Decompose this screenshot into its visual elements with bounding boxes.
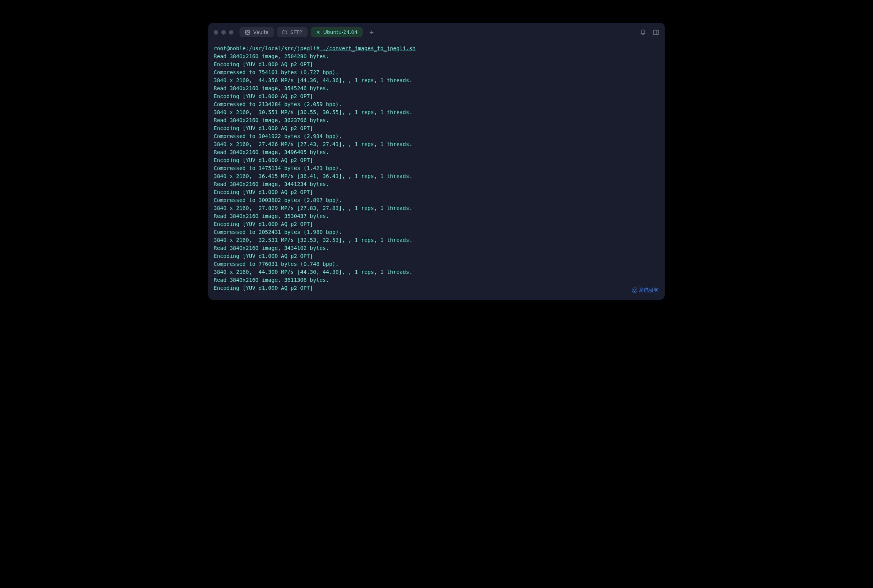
command-text: ./convert_images_to_jpegli.sh xyxy=(319,45,416,51)
output-container: Read 3840x2160 image, 2504280 bytes.Enco… xyxy=(214,52,659,292)
window-controls xyxy=(214,30,233,35)
close-button[interactable] xyxy=(214,30,218,35)
output-line: Encoding [YUV d1.000 AQ p2 OPT] xyxy=(214,220,659,228)
output-line: 3840 x 2160, 36.415 MP/s [36.41, 36.41],… xyxy=(214,172,659,180)
output-line: Compressed to 1475114 bytes (1.423 bpp). xyxy=(214,164,659,172)
output-line: Read 3840x2160 image, 3441234 bytes. xyxy=(214,180,659,188)
output-line: Read 3840x2160 image, 2504280 bytes. xyxy=(214,52,659,60)
output-line: Compressed to 3003802 bytes (2.897 bpp). xyxy=(214,196,659,204)
svg-point-1 xyxy=(247,31,248,33)
svg-rect-0 xyxy=(246,30,250,34)
output-line: Read 3840x2160 image, 3545246 bytes. xyxy=(214,84,659,92)
watermark: 系统极客 xyxy=(632,287,659,294)
shell-prompt: root@noble:/usr/local/src/jpegli# xyxy=(214,45,319,51)
watermark-icon xyxy=(632,288,637,293)
output-line: 3840 x 2160, 32.531 MP/s [32.53, 32.53],… xyxy=(214,236,659,244)
tab-label: Ubuntu-24.04 xyxy=(324,29,358,35)
prompt-line: root@noble:/usr/local/src/jpegli# ./conv… xyxy=(214,44,659,52)
svg-rect-2 xyxy=(653,30,659,34)
output-line: Encoding [YUV d1.000 AQ p2 OPT] xyxy=(214,124,659,132)
tab-ubuntu[interactable]: ✕ Ubuntu-24.04 xyxy=(311,27,363,37)
minimize-button[interactable] xyxy=(221,30,226,35)
output-line: Encoding [YUV d1.000 AQ p2 OPT] xyxy=(214,156,659,164)
output-line: Compressed to 2134284 bytes (2.059 bpp). xyxy=(214,100,659,108)
output-line: Encoding [YUV d1.000 AQ p2 OPT] xyxy=(214,92,659,100)
title-bar: Vaults SFTP ✕ Ubuntu-24.04 + xyxy=(208,23,665,41)
title-bar-actions xyxy=(640,29,659,36)
output-line: Read 3840x2160 image, 3611308 bytes. xyxy=(214,276,659,284)
output-line: Encoding [YUV d1.000 AQ p2 OPT] xyxy=(214,284,659,292)
add-tab-button[interactable]: + xyxy=(366,27,378,38)
tab-label: Vaults xyxy=(253,29,268,35)
output-line: Encoding [YUV d1.000 AQ p2 OPT] xyxy=(214,252,659,260)
vault-icon xyxy=(245,30,250,35)
panel-icon[interactable] xyxy=(652,29,659,36)
output-line: Encoding [YUV d1.000 AQ p2 OPT] xyxy=(214,188,659,196)
tab-vaults[interactable]: Vaults xyxy=(240,27,274,37)
watermark-text: 系统极客 xyxy=(639,287,659,294)
terminal-content[interactable]: root@noble:/usr/local/src/jpegli# ./conv… xyxy=(208,41,665,300)
output-line: Read 3840x2160 image, 3434102 bytes. xyxy=(214,244,659,252)
folder-icon xyxy=(282,30,287,35)
output-line: Compressed to 3041922 bytes (2.934 bpp). xyxy=(214,132,659,140)
tab-label: SFTP xyxy=(290,29,302,35)
output-line: Compressed to 776031 bytes (0.748 bpp). xyxy=(214,260,659,268)
output-line: 3840 x 2160, 27.426 MP/s [27.43, 27.43],… xyxy=(214,140,659,148)
terminal-window: Vaults SFTP ✕ Ubuntu-24.04 + xyxy=(208,23,665,300)
output-line: Compressed to 2052431 bytes (1.980 bpp). xyxy=(214,228,659,236)
output-line: Read 3840x2160 image, 3530437 bytes. xyxy=(214,212,659,220)
output-line: 3840 x 2160, 44.300 MP/s [44.30, 44.30],… xyxy=(214,268,659,276)
tab-sftp[interactable]: SFTP xyxy=(277,27,308,37)
output-line: Read 3840x2160 image, 3623766 bytes. xyxy=(214,116,659,124)
maximize-button[interactable] xyxy=(229,30,233,35)
output-line: 3840 x 2160, 30.551 MP/s [30.55, 30.55],… xyxy=(214,108,659,116)
bell-icon[interactable] xyxy=(640,29,646,36)
output-line: Read 3840x2160 image, 3496405 bytes. xyxy=(214,148,659,156)
output-line: 3840 x 2160, 44.356 MP/s [44.36, 44.36],… xyxy=(214,76,659,84)
output-line: 3840 x 2160, 27.829 MP/s [27.83, 27.83],… xyxy=(214,204,659,212)
close-icon[interactable]: ✕ xyxy=(316,30,321,35)
output-line: Encoding [YUV d1.000 AQ p2 OPT] xyxy=(214,60,659,68)
output-line: Compressed to 754101 bytes (0.727 bpp). xyxy=(214,68,659,76)
